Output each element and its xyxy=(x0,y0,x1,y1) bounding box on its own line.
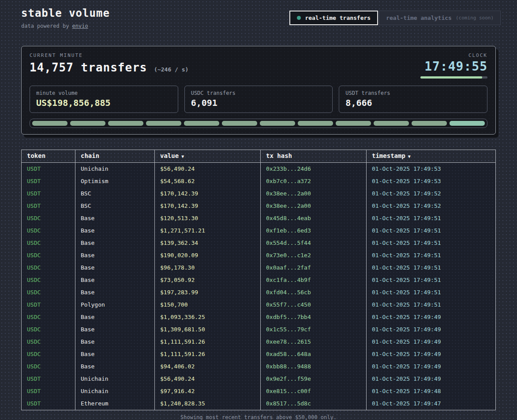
cell-tx-hash[interactable]: 0x233b...24d6 xyxy=(261,163,367,175)
minute-segment xyxy=(146,121,181,126)
table-row: USDTOptimism$54,568.620xb7c0...a37201-Oc… xyxy=(22,175,495,188)
minute-segment xyxy=(298,121,333,126)
column-header-tx-hash[interactable]: tx hash xyxy=(261,150,367,162)
column-header-timestamp[interactable]: timestamp▼ xyxy=(367,150,495,162)
footer-note: Showing most recent transfers above $50,… xyxy=(0,414,517,420)
cell-chain: BSC xyxy=(75,200,155,212)
cell-timestamp: 01-Oct-2025 17:49:53 xyxy=(367,175,495,188)
stat-usdt-transfers: USDT transfers 8,666 xyxy=(339,86,487,113)
cell-chain: Base xyxy=(75,237,155,249)
cell-value: $170,142.39 xyxy=(155,188,261,200)
cell-tx-hash[interactable]: 0x554d...5f44 xyxy=(261,237,367,249)
cell-tx-hash[interactable]: 0xad58...648a xyxy=(261,348,367,360)
table-row: USDCBase$139,362.340x554d...5f4401-Oct-2… xyxy=(22,237,495,249)
clock-progress-track xyxy=(420,76,487,79)
column-header-value[interactable]: value▼ xyxy=(155,150,261,162)
cell-timestamp: 01-Oct-2025 17:49:49 xyxy=(367,311,495,323)
table-row: USDTUnichain$56,490.240x9e2f...f59e01-Oc… xyxy=(22,373,495,385)
tab-real-time-analytics[interactable]: real-time analytics (coming soon) xyxy=(379,11,501,25)
cell-token: USDC xyxy=(22,262,75,274)
cell-value: $1,271,571.21 xyxy=(155,225,261,237)
cell-tx-hash[interactable]: 0x1c55...79cf xyxy=(261,323,367,336)
cell-value: $56,490.24 xyxy=(155,163,261,175)
cell-chain: Base xyxy=(75,323,155,336)
table-row: USDCBase$96,178.300x0aaf...2faf01-Oct-20… xyxy=(22,262,495,274)
stat-label: minute volume xyxy=(36,90,172,96)
minute-segment xyxy=(70,121,105,126)
tab-label: real-time transfers xyxy=(305,15,371,21)
minute-segment xyxy=(222,121,257,126)
cell-token: USDT xyxy=(22,200,75,212)
table-row: USDTUnichain$97,916.420xe815...c00f01-Oc… xyxy=(22,385,495,398)
cell-token: USDC xyxy=(22,249,75,262)
cell-timestamp: 01-Oct-2025 17:49:47 xyxy=(367,398,495,410)
cell-chain: Base xyxy=(75,286,155,299)
cell-tx-hash[interactable]: 0xf1eb...6ed3 xyxy=(261,225,367,237)
minute-segment xyxy=(108,121,143,126)
cell-tx-hash[interactable]: 0xe815...c00f xyxy=(261,385,367,398)
stat-value: 8,666 xyxy=(345,98,481,108)
cell-chain: Base xyxy=(75,212,155,225)
cell-value: $1,111,591.26 xyxy=(155,336,261,348)
cell-token: USDC xyxy=(22,336,75,348)
tab-real-time-transfers[interactable]: real-time transfers xyxy=(289,11,378,25)
transfers-summary: CURRENT MINUTE 14,757 transfers (~246 / … xyxy=(30,52,188,74)
tab-bar: real-time transfers real-time analytics … xyxy=(289,11,501,25)
table-row: USDCBase$1,309,681.500x1c55...79cf01-Oct… xyxy=(22,323,495,336)
cell-timestamp: 01-Oct-2025 17:49:48 xyxy=(367,385,495,398)
current-minute-panel: CURRENT MINUTE 14,757 transfers (~246 / … xyxy=(21,46,496,135)
minute-segment-bar xyxy=(30,119,487,128)
tab-label: real-time analytics xyxy=(386,15,452,21)
cell-timestamp: 01-Oct-2025 17:49:51 xyxy=(367,274,495,286)
cell-tx-hash[interactable]: 0x0aaf...2faf xyxy=(261,262,367,274)
cell-timestamp: 01-Oct-2025 17:49:51 xyxy=(367,286,495,299)
sort-desc-icon: ▼ xyxy=(181,154,184,159)
cell-tx-hash[interactable]: 0xdbf5...7bb4 xyxy=(261,311,367,323)
cell-timestamp: 01-Oct-2025 17:49:52 xyxy=(367,200,495,212)
table-row: USDTUnichain$56,490.240x233b...24d601-Oc… xyxy=(22,163,495,175)
cell-tx-hash[interactable]: 0xbb88...9488 xyxy=(261,360,367,373)
cell-chain: Polygon xyxy=(75,299,155,311)
minute-segment xyxy=(184,121,219,126)
cell-chain: Base xyxy=(75,348,155,360)
cell-chain: BSC xyxy=(75,188,155,200)
cell-token: USDC xyxy=(22,360,75,373)
cell-tx-hash[interactable]: 0x8517...5d8c xyxy=(261,398,367,410)
transfer-rate: (~246 / s) xyxy=(154,66,188,73)
cell-token: USDT xyxy=(22,398,75,410)
table-row: USDCBase$73,050.920xc1fa...4b9f01-Oct-20… xyxy=(22,274,495,286)
cell-tx-hash[interactable]: 0x73e0...c1e2 xyxy=(261,249,367,262)
cell-tx-hash[interactable]: 0x55f7...c450 xyxy=(261,299,367,311)
cell-value: $170,142.39 xyxy=(155,200,261,212)
cell-token: USDC xyxy=(22,348,75,360)
table-row: USDCBase$1,271,571.210xf1eb...6ed301-Oct… xyxy=(22,225,495,237)
column-header-chain[interactable]: chain xyxy=(75,150,155,162)
minute-segment xyxy=(260,121,295,126)
table-row: USDTBSC$170,142.390x38ee...2a0001-Oct-20… xyxy=(22,188,495,200)
column-header-token[interactable]: token xyxy=(22,150,75,162)
transfers-table: token chain value▼ tx hash timestamp▼ US… xyxy=(21,150,496,410)
table-row: USDCBase$120,513.300x45d8...4eab01-Oct-2… xyxy=(22,212,495,225)
cell-chain: Unichain xyxy=(75,163,155,175)
cell-tx-hash[interactable]: 0x9e2f...f59e xyxy=(261,373,367,385)
stat-boxes: minute volume US$198,856,885 USDC transf… xyxy=(30,86,487,113)
clock-progress-fill xyxy=(420,76,482,79)
cell-chain: Base xyxy=(75,225,155,237)
cell-tx-hash[interactable]: 0xc1fa...4b9f xyxy=(261,274,367,286)
clock-widget: CLOCK 17:49:55 xyxy=(420,52,487,79)
cell-tx-hash[interactable]: 0xb7c0...a372 xyxy=(261,175,367,188)
envio-link[interactable]: envio xyxy=(72,23,88,29)
cell-tx-hash[interactable]: 0xfd04...56cb xyxy=(261,286,367,299)
cell-tx-hash[interactable]: 0xee78...2615 xyxy=(261,336,367,348)
cell-value: $73,050.92 xyxy=(155,274,261,286)
table-row: USDTEthereum$1,240,828.350x8517...5d8c01… xyxy=(22,398,495,410)
table-row: USDCBase$190,020.090x73e0...c1e201-Oct-2… xyxy=(22,249,495,262)
cell-tx-hash[interactable]: 0x45d8...4eab xyxy=(261,212,367,225)
cell-tx-hash[interactable]: 0x38ee...2a00 xyxy=(261,200,367,212)
cell-chain: Optimism xyxy=(75,175,155,188)
cell-timestamp: 01-Oct-2025 17:49:49 xyxy=(367,373,495,385)
cell-tx-hash[interactable]: 0x38ee...2a00 xyxy=(261,188,367,200)
table-row: USDCBase$197,283.990xfd04...56cb01-Oct-2… xyxy=(22,286,495,299)
table-header-row: token chain value▼ tx hash timestamp▼ xyxy=(22,150,495,163)
cell-timestamp: 01-Oct-2025 17:49:49 xyxy=(367,323,495,336)
